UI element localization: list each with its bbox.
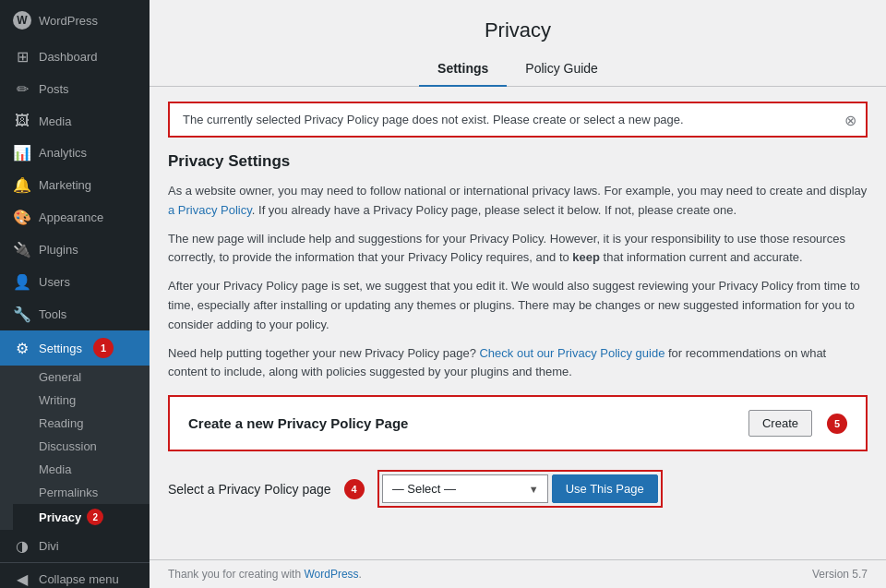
- sidebar-item-label: Media: [39, 114, 71, 128]
- alert-message: The currently selected Privacy Policy pa…: [183, 113, 684, 126]
- sidebar-item-analytics[interactable]: 📊 Analytics: [0, 137, 150, 169]
- marketing-icon: 🔔: [13, 176, 31, 194]
- sidebar-item-label: Tools: [39, 307, 66, 321]
- privacy-page-select[interactable]: — Select —: [382, 474, 548, 503]
- settings-icon: ⚙: [13, 340, 31, 357]
- sidebar-logo-label: WordPress: [39, 14, 98, 28]
- sidebar-item-appearance[interactable]: 🎨 Appearance: [0, 201, 150, 234]
- annotation-4: 4: [344, 479, 365, 499]
- wordpress-link[interactable]: WordPress: [304, 568, 358, 581]
- sidebar-item-divi[interactable]: ◑ Divi: [0, 530, 150, 562]
- sidebar-item-label: Dashboard: [39, 50, 98, 64]
- sidebar-item-users[interactable]: 👤 Users: [0, 266, 150, 298]
- tab-settings[interactable]: Settings: [419, 52, 507, 87]
- divi-icon: ◑: [13, 537, 31, 555]
- main-content: Privacy Settings Policy Guide The curren…: [150, 0, 886, 588]
- sidebar-item-label: Settings: [39, 342, 82, 355]
- sidebar-sub-permalinks[interactable]: Permalinks: [13, 481, 150, 504]
- privacy-guide-link[interactable]: Check out our Privacy Policy guide: [479, 346, 664, 360]
- collapse-icon: ◀: [13, 570, 31, 588]
- sidebar-sub-privacy[interactable]: Privacy 2: [13, 504, 150, 530]
- alert-close-icon[interactable]: ⊗: [844, 111, 856, 128]
- alert-box: The currently selected Privacy Policy pa…: [168, 102, 868, 138]
- dashboard-icon: ⊞: [13, 48, 31, 66]
- sidebar-item-label: Appearance: [39, 210, 103, 224]
- sidebar-item-label: Posts: [39, 82, 69, 96]
- settings-text-1: As a website owner, you may need to foll…: [168, 182, 868, 221]
- select-wrapper: — Select — ▼: [382, 474, 548, 503]
- collapse-label: Collapse menu: [39, 572, 119, 586]
- sidebar-sub-media-settings[interactable]: Media: [13, 458, 150, 481]
- create-box-label: Create a new Privacy Policy Page: [188, 415, 734, 431]
- sidebar-item-marketing[interactable]: 🔔 Marketing: [0, 169, 150, 201]
- sidebar-item-label: Divi: [39, 539, 59, 553]
- sidebar: W WordPress ⊞ Dashboard ✏ Posts 🖼 Media …: [0, 0, 150, 588]
- sidebar-logo[interactable]: W WordPress: [0, 0, 150, 41]
- sidebar-sub-discussion[interactable]: Discussion: [13, 435, 150, 458]
- plugins-icon: 🔌: [13, 241, 31, 258]
- tabs-bar: Settings Policy Guide: [150, 52, 886, 87]
- content-area: The currently selected Privacy Policy pa…: [150, 87, 886, 559]
- appearance-icon: 🎨: [13, 209, 31, 226]
- sidebar-item-posts[interactable]: ✏ Posts: [0, 73, 150, 105]
- sidebar-item-label: Analytics: [39, 146, 87, 160]
- users-icon: 👤: [13, 273, 31, 291]
- sidebar-item-plugins[interactable]: 🔌 Plugins: [0, 234, 150, 266]
- use-this-page-button[interactable]: Use This Page: [552, 474, 658, 503]
- sidebar-collapse[interactable]: ◀ Collapse menu: [0, 562, 150, 588]
- wordpress-icon: W: [13, 11, 31, 30]
- settings-text-4: Need help putting together your new Priv…: [168, 344, 868, 383]
- select-label: Select a Privacy Policy page: [168, 482, 331, 497]
- sidebar-item-settings[interactable]: ⚙ Settings 1: [0, 330, 150, 366]
- sidebar-item-label: Plugins: [39, 243, 78, 257]
- annotation-settings: 1: [93, 338, 114, 358]
- version-text: Version 5.7: [812, 568, 868, 581]
- sidebar-bottom: ◑ Divi ◀ Collapse menu: [0, 530, 150, 588]
- footer-thanks: Thank you for creating with WordPress.: [168, 568, 362, 581]
- select-box-wrapper: — Select — ▼ Use This Page: [377, 470, 663, 508]
- create-box: Create a new Privacy Policy Page Create …: [168, 395, 868, 451]
- settings-text-2: The new page will include help and sugge…: [168, 230, 868, 269]
- settings-submenu: General Writing Reading Discussion Media…: [0, 366, 150, 530]
- sidebar-item-label: Users: [39, 275, 70, 289]
- sidebar-sub-reading[interactable]: Reading: [13, 412, 150, 435]
- tab-policy-guide[interactable]: Policy Guide: [507, 52, 617, 87]
- settings-section-title: Privacy Settings: [168, 152, 868, 171]
- create-button[interactable]: Create: [748, 410, 812, 437]
- page-title: Privacy: [168, 18, 868, 42]
- privacy-policy-link-1[interactable]: a Privacy Policy: [168, 203, 252, 217]
- sidebar-sub-writing[interactable]: Writing: [13, 389, 150, 412]
- analytics-icon: 📊: [13, 144, 31, 162]
- page-header: Privacy: [150, 0, 886, 52]
- sidebar-item-label: Marketing: [39, 178, 91, 192]
- sidebar-item-tools[interactable]: 🔧 Tools: [0, 298, 150, 330]
- sidebar-item-media[interactable]: 🖼 Media: [0, 105, 150, 137]
- annotation-privacy: 2: [87, 509, 103, 525]
- page-footer: Thank you for creating with WordPress. V…: [150, 559, 886, 588]
- tools-icon: 🔧: [13, 306, 31, 323]
- posts-icon: ✏: [13, 80, 31, 98]
- sidebar-sub-general[interactable]: General: [13, 366, 150, 389]
- settings-text-3: After your Privacy Policy page is set, w…: [168, 277, 868, 334]
- sidebar-item-dashboard[interactable]: ⊞ Dashboard: [0, 41, 150, 73]
- select-row: Select a Privacy Policy page 4 — Select …: [168, 464, 868, 513]
- annotation-5: 5: [827, 414, 847, 434]
- media-icon: 🖼: [13, 113, 31, 129]
